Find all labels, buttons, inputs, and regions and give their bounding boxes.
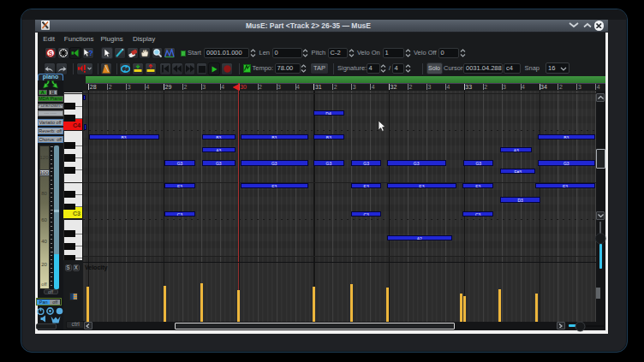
- svg-text:S: S: [48, 50, 52, 57]
- svg-text:?: ?: [88, 49, 93, 57]
